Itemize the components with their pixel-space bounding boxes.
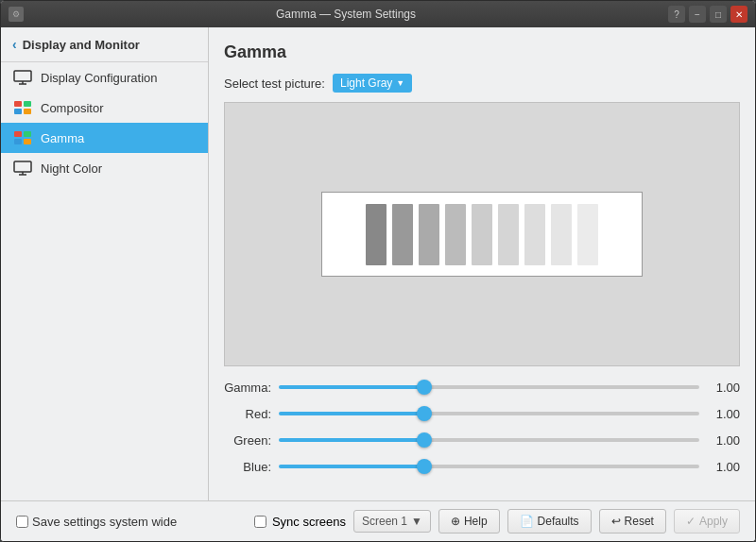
maximize-button[interactable]: □ (710, 6, 727, 23)
apply-label: Apply (699, 515, 728, 528)
test-picture-value: Light Gray (340, 76, 392, 90)
svg-rect-9 (14, 139, 22, 144)
titlebar-controls: ? − □ ✕ (668, 6, 747, 23)
blue-slider[interactable] (279, 465, 699, 468)
svg-rect-10 (24, 139, 31, 144)
titlebar-title: Gamma — System Settings (24, 8, 668, 21)
blue-slider-container (279, 457, 699, 476)
gamma-bar-8 (551, 204, 572, 265)
save-settings-checkbox-row: Save settings system wide (16, 515, 177, 529)
sidebar-item-label: Night Color (41, 161, 102, 176)
svg-rect-0 (14, 71, 31, 81)
compositor-icon (12, 100, 33, 115)
sidebar-title: Display and Monitor (23, 38, 140, 52)
gamma-bar-2 (392, 204, 413, 265)
svg-rect-7 (14, 131, 22, 137)
green-slider[interactable] (279, 438, 699, 442)
titlebar: ⚙ Gamma — System Settings ? − □ ✕ (1, 1, 755, 27)
apply-icon: ✓ (686, 515, 696, 528)
gamma-bar-6 (498, 204, 519, 265)
gamma-bar-7 (524, 204, 545, 265)
test-picture-row: Select test picture: Light Gray ▼ (224, 74, 740, 93)
gamma-bar-9 (577, 204, 598, 265)
titlebar-left: ⚙ (9, 7, 24, 22)
main-window: ⚙ Gamma — System Settings ? − □ ✕ ‹ Disp… (0, 0, 756, 542)
svg-rect-6 (24, 109, 31, 114)
gamma-slider-row: Gamma: 1.00 (224, 378, 740, 397)
svg-rect-11 (14, 161, 31, 172)
gamma-slider[interactable] (279, 385, 699, 389)
green-slider-container (279, 431, 699, 449)
red-slider[interactable] (279, 412, 699, 415)
sidebar-item-label: Display Configuration (41, 71, 158, 85)
gamma-bar-1 (366, 204, 387, 265)
green-slider-value: 1.00 (707, 433, 740, 448)
reset-button[interactable]: ↩ Reset (599, 509, 666, 534)
reset-icon: ↩ (611, 515, 621, 528)
sidebar-item-gamma[interactable]: Gamma (1, 123, 208, 153)
reset-label: Reset (625, 515, 654, 528)
gamma-icon (12, 130, 33, 145)
blue-slider-label: Blue: (224, 460, 271, 474)
screen-dropdown-arrow-icon: ▼ (411, 515, 422, 528)
blue-slider-value: 1.00 (707, 460, 740, 474)
gamma-slider-value: 1.00 (707, 381, 740, 395)
preview-area (224, 102, 740, 366)
svg-rect-4 (24, 101, 31, 107)
gamma-slider-container (279, 378, 699, 397)
sidebar-item-display-configuration[interactable]: Display Configuration (1, 62, 208, 93)
test-picture-dropdown[interactable]: Light Gray ▼ (333, 74, 412, 93)
green-slider-row: Green: 1.00 (224, 431, 740, 449)
red-slider-container (279, 404, 699, 423)
gamma-preview (321, 192, 643, 277)
gamma-slider-label: Gamma: (224, 381, 271, 395)
green-slider-label: Green: (224, 433, 271, 448)
sliders-section: Gamma: 1.00 Red: 1.00 Green: (224, 378, 740, 476)
gamma-bar-3 (419, 204, 439, 265)
app-icon: ⚙ (9, 7, 24, 22)
save-settings-checkbox[interactable] (16, 516, 28, 528)
sidebar: ‹ Display and Monitor Display Configurat… (1, 27, 209, 500)
red-slider-row: Red: 1.00 (224, 404, 740, 423)
save-settings-label: Save settings system wide (32, 515, 177, 529)
screen-dropdown[interactable]: Screen 1 ▼ (353, 510, 431, 533)
sync-screens-label: Sync screens (272, 515, 346, 529)
defaults-label: Defaults (538, 515, 579, 528)
panel-title: Gamma (224, 42, 740, 62)
gamma-bar-4 (445, 204, 466, 265)
apply-button[interactable]: ✓ Apply (674, 509, 740, 534)
sync-screens-checkbox[interactable] (254, 516, 266, 528)
gamma-bar-5 (472, 204, 492, 265)
screen-label: Screen 1 (362, 515, 407, 528)
right-panel: Gamma Select test picture: Light Gray ▼ (209, 27, 755, 500)
svg-rect-5 (14, 109, 22, 114)
defaults-icon: 📄 (520, 515, 534, 528)
svg-rect-8 (24, 131, 31, 137)
back-arrow-icon[interactable]: ‹ (12, 37, 17, 52)
night-color-icon (12, 161, 33, 176)
bottom-bar: Save settings system wide Sync screens S… (1, 500, 755, 541)
sidebar-item-label: Gamma (41, 131, 84, 145)
red-slider-label: Red: (224, 407, 271, 421)
red-slider-value: 1.00 (707, 407, 740, 421)
help-label: Help (464, 515, 488, 528)
test-picture-label: Select test picture: (224, 76, 325, 91)
defaults-button[interactable]: 📄 Defaults (507, 509, 592, 534)
sidebar-item-compositor[interactable]: Compositor (1, 93, 208, 123)
display-configuration-icon (12, 70, 33, 85)
sidebar-item-night-color[interactable]: Night Color (1, 153, 208, 183)
dropdown-arrow-icon: ▼ (396, 78, 404, 88)
sidebar-item-label: Compositor (41, 101, 103, 115)
minimize-button[interactable]: − (689, 6, 706, 23)
sidebar-header: ‹ Display and Monitor (1, 27, 208, 62)
sync-row: Sync screens (254, 515, 346, 529)
close-button[interactable]: ✕ (730, 6, 747, 23)
svg-rect-3 (14, 101, 22, 107)
help-icon: ⊕ (451, 515, 460, 528)
blue-slider-row: Blue: 1.00 (224, 457, 740, 476)
help-button[interactable]: ⊕ Help (438, 509, 500, 534)
main-content: ‹ Display and Monitor Display Configurat… (1, 27, 755, 500)
help-title-button[interactable]: ? (668, 6, 685, 23)
